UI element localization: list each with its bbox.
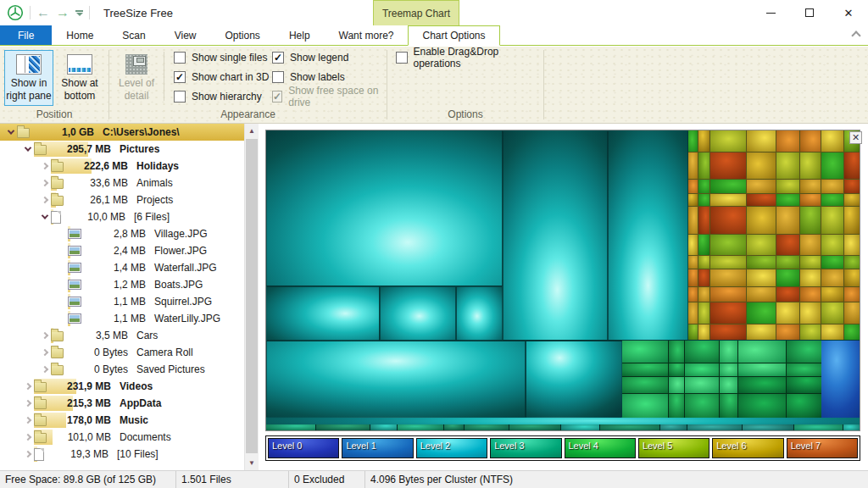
treemap-cell[interactable] (688, 269, 698, 286)
treemap-cell[interactable] (747, 194, 775, 206)
tree-row[interactable]: 2,4 MBFlower.JPG (0, 242, 244, 259)
treemap-cell[interactable] (776, 130, 800, 152)
tab-home[interactable]: Home (52, 25, 108, 45)
treemap-cell[interactable] (800, 194, 821, 206)
maximize-button[interactable] (790, 0, 829, 25)
treemap-cell[interactable] (747, 207, 775, 233)
treemap-cell[interactable] (800, 235, 821, 255)
treemap-cell[interactable] (698, 207, 709, 233)
treemap-cell[interactable] (622, 394, 668, 418)
treemap-cell[interactable] (698, 287, 709, 302)
chevron-right-icon[interactable] (39, 164, 51, 169)
treemap-cell[interactable] (698, 235, 709, 255)
treemap-cell[interactable] (787, 377, 821, 393)
treemap-cushion[interactable] (266, 341, 526, 418)
chevron-right-icon[interactable] (22, 384, 34, 389)
treemap-cell[interactable] (660, 424, 687, 430)
treemap-cell[interactable] (698, 180, 709, 194)
treemap-cell[interactable] (698, 130, 709, 152)
treemap-cell[interactable] (800, 152, 821, 179)
treemap-cell[interactable] (720, 377, 737, 393)
treemap-cell[interactable] (688, 152, 698, 179)
treemap-cell[interactable] (316, 424, 370, 430)
treemap-cell[interactable] (685, 341, 719, 363)
tab-want-more-[interactable]: Want more? (325, 25, 409, 45)
treemap-cell[interactable] (698, 302, 709, 324)
treemap-cell[interactable] (688, 194, 698, 206)
treemap-cell[interactable] (821, 180, 843, 194)
treemap-cell[interactable] (787, 341, 821, 363)
tree-row[interactable]: 0 BytesCamera Roll (0, 344, 244, 361)
treemap-cushion[interactable] (380, 286, 456, 341)
tree-scrollbar[interactable]: ▲ ▼ (245, 124, 259, 470)
treemap-cell[interactable] (800, 207, 821, 233)
chevron-right-icon[interactable] (39, 197, 51, 202)
treemap-cell[interactable] (738, 341, 786, 363)
checkbox-show-single-files[interactable]: Show single files (174, 52, 269, 64)
tree-row[interactable]: 295,7 MBPictures (0, 141, 244, 158)
chevron-right-icon[interactable] (39, 350, 51, 355)
treemap-cell[interactable] (698, 152, 709, 179)
treemap-cushion[interactable] (456, 286, 503, 341)
tree-row[interactable]: 26,1 MBProjects (0, 191, 244, 208)
treemap-cushion[interactable] (608, 130, 688, 341)
chevron-right-icon[interactable] (39, 367, 51, 372)
treemap-cell[interactable] (669, 341, 684, 363)
treemap-cell[interactable] (776, 194, 800, 206)
treemap-cell[interactable] (710, 207, 747, 233)
chevron-down-icon[interactable] (5, 130, 17, 135)
treemap-cell[interactable] (747, 180, 775, 194)
treemap-cell[interactable] (821, 194, 843, 206)
treemap-cell[interactable] (669, 394, 684, 418)
tree-row[interactable]: 1,1 MBWaterLilly.JPG (0, 310, 244, 327)
chevron-down-icon[interactable] (22, 147, 34, 152)
treemap-cell[interactable] (844, 235, 860, 255)
tree-row[interactable]: 1,4 MBWaterfall.JPG (0, 259, 244, 276)
treemap-cell[interactable] (698, 269, 709, 286)
treemap-cell[interactable] (688, 287, 698, 302)
tab-options[interactable]: Options (211, 25, 275, 45)
treemap-cell[interactable] (843, 424, 860, 430)
treemap-cell[interactable] (738, 377, 786, 393)
treemap-cell[interactable] (710, 194, 747, 206)
treemap-cell[interactable] (787, 394, 821, 418)
checkbox-enable-drag-drop-operations[interactable]: Enable Drag&Drop operations (396, 52, 543, 64)
treemap-cell[interactable] (710, 235, 747, 255)
tab-scan[interactable]: Scan (108, 25, 159, 45)
treemap-cell[interactable] (821, 302, 843, 324)
tree-row[interactable]: 222,6 MBHolidays (0, 158, 244, 175)
treemap-cell[interactable] (720, 341, 737, 363)
tree-row[interactable]: 10,0 MB[6 Files] (0, 208, 244, 225)
treemap-cell[interactable] (747, 302, 775, 324)
treemap-cell[interactable] (776, 324, 800, 340)
treemap-cell[interactable] (821, 130, 843, 152)
close-button[interactable]: ✕ (829, 0, 868, 25)
treemap-cell[interactable] (398, 424, 443, 430)
treemap-cell[interactable] (776, 256, 800, 269)
tree-row[interactable]: 1,1 MBSquirrel.JPG (0, 293, 244, 310)
treemap-cell[interactable] (266, 424, 315, 430)
treemap-cell[interactable] (720, 363, 737, 377)
treemap-cell[interactable] (747, 324, 775, 340)
treemap-cell[interactable] (710, 302, 747, 324)
show-at-bottom-button[interactable]: Show at bottom (55, 50, 104, 106)
scroll-down-icon[interactable]: ▼ (245, 456, 259, 470)
treemap-cell[interactable] (600, 424, 659, 430)
checkbox-box[interactable] (396, 52, 408, 64)
tab-help[interactable]: Help (275, 25, 325, 45)
chart-close-button[interactable]: ✕ (849, 131, 862, 144)
treemap-cell[interactable] (821, 324, 843, 340)
tree-row[interactable]: 19,3 MB[10 Files] (0, 446, 244, 463)
chevron-right-icon[interactable] (39, 333, 51, 338)
checkbox-show-labels[interactable]: Show labels (272, 71, 387, 83)
treemap-cell[interactable] (844, 194, 860, 206)
treemap-chart[interactable] (265, 130, 860, 431)
tree-row[interactable]: 0 BytesSaved Pictures (0, 361, 244, 378)
back-arrow-icon[interactable]: ← (36, 6, 50, 19)
treemap-cell[interactable] (821, 235, 843, 255)
treemap-cell[interactable] (844, 207, 860, 233)
minimize-button[interactable] (751, 0, 790, 25)
treemap-cell[interactable] (844, 152, 860, 179)
treemap-cell[interactable] (622, 377, 668, 393)
treemap-cell[interactable] (738, 363, 786, 377)
